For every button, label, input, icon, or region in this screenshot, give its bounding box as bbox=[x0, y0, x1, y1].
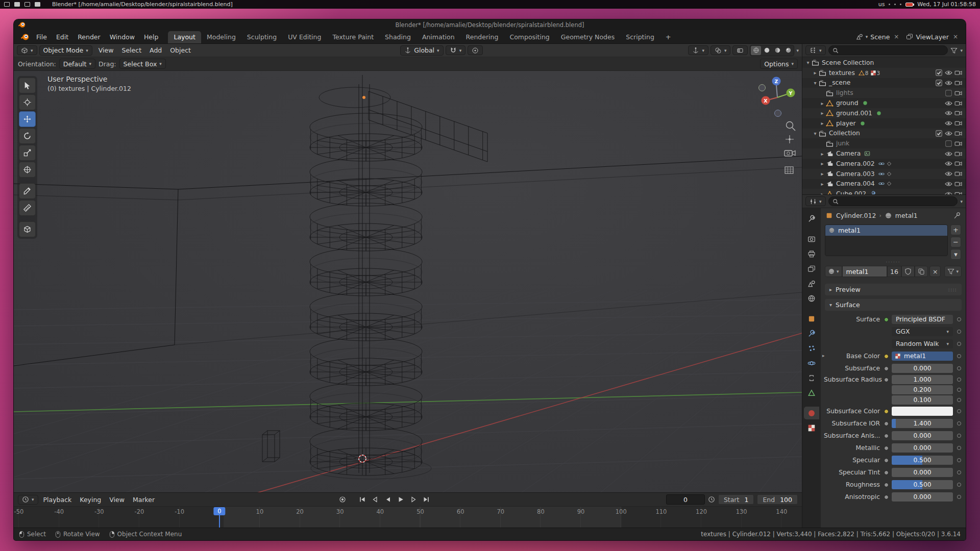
collection-checkbox[interactable] bbox=[935, 79, 943, 87]
frame-start-field[interactable]: Start1 bbox=[718, 494, 754, 505]
preview-panel-header[interactable]: ▸ Preview :::: bbox=[825, 284, 962, 295]
ruler-tick-110[interactable]: 110 bbox=[655, 508, 667, 515]
viewport-menu-select[interactable]: Select bbox=[117, 45, 145, 55]
playhead-line[interactable] bbox=[219, 515, 220, 528]
filter-dropdown-icon[interactable]: ▾ bbox=[960, 48, 963, 53]
viewport-canvas[interactable]: Z X Y bbox=[14, 71, 802, 492]
disable-in-renders-toggle[interactable] bbox=[954, 89, 962, 97]
properties-tab-scene[interactable] bbox=[804, 277, 819, 290]
subsurface-radius-field[interactable]: 1.000 bbox=[892, 375, 953, 384]
specular-field[interactable]: 0.500 bbox=[892, 456, 953, 465]
outliner-row-player[interactable]: ▸player bbox=[802, 118, 966, 129]
workspace-tab-scripting[interactable]: Scripting bbox=[620, 31, 660, 43]
properties-search-input[interactable] bbox=[841, 197, 954, 206]
add-slot-button[interactable]: + bbox=[950, 224, 961, 235]
play-button[interactable] bbox=[395, 494, 406, 505]
material-name-field[interactable]: metal1 bbox=[842, 266, 888, 277]
outliner-row-lights[interactable]: lights bbox=[802, 88, 966, 98]
node-socket-icon[interactable] bbox=[884, 421, 889, 426]
menu-render[interactable]: Render bbox=[73, 32, 105, 42]
collection-checkbox[interactable] bbox=[935, 69, 943, 77]
workspace-tab-compositing[interactable]: Compositing bbox=[504, 31, 555, 43]
ruler-tick-90[interactable]: 90 bbox=[577, 508, 585, 515]
remove-slot-button[interactable]: − bbox=[950, 237, 961, 247]
properties-tab-material[interactable] bbox=[804, 407, 819, 419]
measure-tool-button[interactable] bbox=[19, 200, 36, 216]
fake-user-toggle[interactable] bbox=[901, 266, 915, 277]
outliner-item-label[interactable]: Collection bbox=[829, 130, 860, 137]
shading-wireframe-button[interactable] bbox=[751, 46, 761, 55]
expand-arrow-icon[interactable]: ▸ bbox=[819, 110, 826, 116]
properties-tab-object-data[interactable] bbox=[804, 386, 819, 399]
outliner-item-label[interactable]: Camera.002 bbox=[836, 160, 875, 167]
node-socket-icon[interactable] bbox=[884, 458, 889, 463]
timeline-menu-view[interactable]: View bbox=[105, 495, 129, 505]
material-users-button[interactable]: 16 bbox=[887, 266, 901, 277]
playhead-frame-chip[interactable]: 0 bbox=[213, 507, 225, 515]
tray-icon[interactable] bbox=[894, 4, 896, 5]
expand-arrow-icon[interactable]: ▾ bbox=[804, 60, 812, 65]
expand-arrow-icon[interactable]: ▸ bbox=[812, 70, 819, 76]
workspace-tab-animation[interactable]: Animation bbox=[416, 31, 460, 43]
hide-in-viewport-toggle[interactable] bbox=[945, 130, 952, 137]
decorator-dot[interactable] bbox=[957, 398, 961, 402]
collection-checkbox[interactable] bbox=[935, 130, 943, 137]
disable-in-renders-toggle[interactable] bbox=[954, 180, 962, 188]
ruler-tick--30[interactable]: -30 bbox=[94, 508, 104, 515]
unlink-material-button[interactable]: × bbox=[929, 266, 941, 277]
view-layer-selector[interactable]: ViewLayer × bbox=[904, 33, 962, 41]
editor-type-selector[interactable]: ▾ bbox=[17, 45, 37, 55]
surface-panel-header[interactable]: ▾ Surface bbox=[825, 299, 962, 311]
value-field[interactable]: GGX▾ bbox=[892, 327, 953, 336]
outliner-item-label[interactable]: Cube.002 bbox=[836, 190, 866, 194]
outliner-row-camera-003[interactable]: ▸Camera.003 bbox=[802, 169, 966, 179]
properties-tab-output[interactable] bbox=[804, 247, 819, 260]
node-socket-icon[interactable] bbox=[884, 434, 889, 438]
decorator-dot[interactable] bbox=[957, 388, 961, 392]
hide-in-viewport-toggle[interactable] bbox=[945, 180, 952, 188]
workspace-tab-shading[interactable]: Shading bbox=[379, 31, 416, 43]
outliner-row-camera-004[interactable]: ▸Camera.004 bbox=[802, 179, 966, 189]
properties-tab-world[interactable] bbox=[804, 292, 819, 305]
menu-edit[interactable]: Edit bbox=[52, 32, 73, 42]
timeline-ruler[interactable]: -50-40-30-20-100102030405060708090100110… bbox=[14, 507, 802, 528]
outliner-item-label[interactable]: Scene Collection bbox=[822, 59, 874, 66]
ruler-tick-10[interactable]: 10 bbox=[256, 508, 264, 515]
value-field[interactable]: Random Walk▾ bbox=[892, 339, 953, 348]
os-window-icon[interactable] bbox=[14, 2, 20, 7]
disable-in-renders-toggle[interactable] bbox=[954, 160, 962, 167]
properties-tab-texture[interactable] bbox=[804, 421, 819, 434]
material-slot-name[interactable]: metal1 bbox=[838, 227, 861, 234]
ruler-tick-40[interactable]: 40 bbox=[377, 508, 384, 515]
properties-search[interactable] bbox=[828, 196, 958, 206]
keyboard-layout-indicator[interactable]: us bbox=[878, 1, 885, 8]
transform-orientation-selector[interactable]: Global ▾ bbox=[400, 45, 443, 56]
os-window-icon[interactable] bbox=[4, 2, 10, 7]
panel-grip-icon[interactable]: :::: bbox=[948, 287, 957, 292]
properties-tab-particles[interactable] bbox=[804, 342, 819, 355]
decorator-dot[interactable] bbox=[957, 317, 961, 321]
outliner-search-input[interactable] bbox=[841, 46, 944, 55]
properties-tab-object[interactable] bbox=[804, 312, 819, 325]
outliner-item-label[interactable]: junk bbox=[836, 140, 849, 147]
timeline-editor-type-selector[interactable]: ▾ bbox=[18, 495, 38, 505]
properties-tab-modifiers[interactable] bbox=[804, 327, 819, 340]
value-field[interactable]: 0.200 bbox=[892, 385, 953, 394]
filter-icon[interactable] bbox=[950, 47, 958, 54]
outliner-row-scene-collection[interactable]: ▾Scene Collection bbox=[802, 58, 966, 68]
decorator-dot[interactable] bbox=[957, 446, 961, 450]
transform-tool-button[interactable] bbox=[19, 162, 36, 178]
decorator-dot[interactable] bbox=[957, 354, 961, 358]
select-box-tool-button[interactable] bbox=[19, 78, 36, 93]
view-layer-name[interactable]: ViewLayer bbox=[916, 33, 949, 41]
workspace-tab-rendering[interactable]: Rendering bbox=[460, 31, 504, 43]
jump-to-end-button[interactable] bbox=[421, 494, 432, 505]
ruler-tick-80[interactable]: 80 bbox=[537, 508, 545, 515]
menu-help[interactable]: Help bbox=[139, 32, 163, 42]
outliner-item-label[interactable]: ground.001 bbox=[836, 110, 872, 117]
decorator-dot[interactable] bbox=[957, 495, 961, 499]
workspace-tab-geometry-nodes[interactable]: Geometry Nodes bbox=[555, 31, 620, 43]
decorator-dot[interactable] bbox=[957, 342, 961, 346]
expand-arrow-icon[interactable]: ▸ bbox=[819, 191, 826, 194]
expand-arrow-icon[interactable]: ▾ bbox=[812, 131, 819, 136]
